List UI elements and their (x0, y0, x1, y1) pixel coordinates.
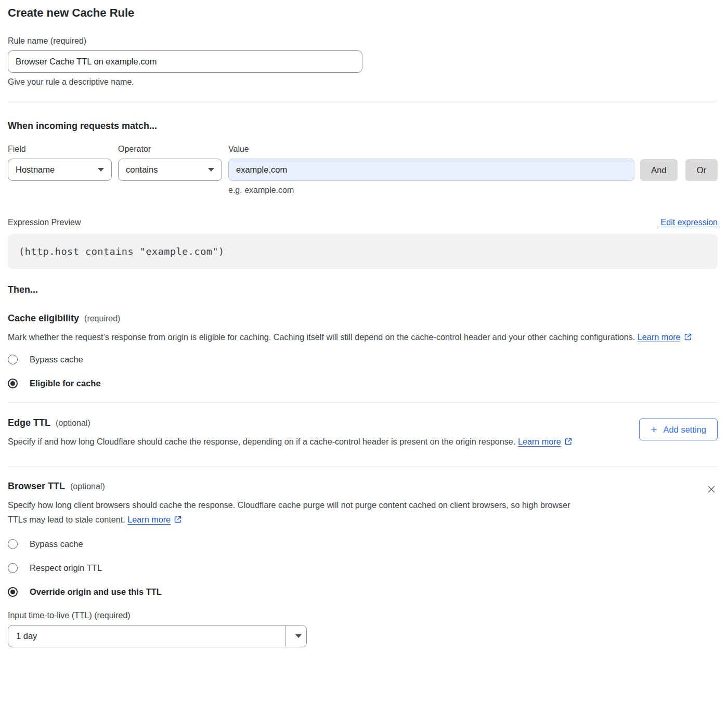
divider (8, 402, 718, 403)
learn-more-link[interactable]: Learn more (638, 330, 681, 344)
add-setting-button[interactable]: + Add setting (639, 419, 718, 440)
radio-override-origin-ttl[interactable]: Override origin and use this TTL (8, 587, 718, 597)
and-button[interactable]: And (640, 159, 678, 181)
description-text: Specify if and how long Cloudflare shoul… (8, 437, 515, 446)
ttl-select-arrow[interactable] (285, 625, 306, 647)
value-input[interactable] (228, 159, 634, 181)
edge-ttl-content: Edge TTL (optional) Specify if and how l… (8, 418, 639, 449)
description-text: Specify how long client browsers should … (8, 500, 570, 524)
divider (8, 101, 718, 101)
browser-ttl-title: Browser TTL (8, 481, 65, 492)
create-cache-rule-form: Create new Cache Rule Rule name (require… (0, 0, 728, 663)
radio-label: Bypass cache (30, 539, 83, 549)
radio-label: Eligible for cache (30, 379, 101, 388)
expression-code-block: (http.host contains "example.com") (8, 234, 718, 269)
rule-name-label: Rule name (required) (8, 36, 718, 46)
radio-respect-origin-ttl[interactable]: Respect origin TTL (8, 563, 718, 573)
browser-ttl-header: Browser TTL (optional) (8, 481, 705, 492)
edge-ttl-description: Specify if and how long Cloudflare shoul… (8, 434, 577, 449)
ttl-select[interactable]: 1 day (8, 625, 307, 647)
radio-eligible-for-cache[interactable]: Eligible for cache (8, 379, 718, 388)
rule-name-helper: Give your rule a descriptive name. (8, 77, 718, 87)
cache-eligibility-title: Cache eligibility (8, 313, 79, 324)
field-label: Field (8, 145, 112, 154)
optional-badge: (optional) (56, 419, 90, 428)
caret-down-icon (295, 634, 302, 638)
field-select[interactable]: Hostname (8, 159, 112, 181)
caret-down-icon (208, 168, 214, 172)
field-select-value: Hostname (16, 165, 55, 175)
learn-more-link[interactable]: Learn more (127, 512, 171, 527)
browser-ttl-content: Browser TTL (optional) Specify how long … (8, 481, 705, 527)
radio-label: Respect origin TTL (30, 563, 102, 573)
remove-browser-ttl-button[interactable] (705, 483, 718, 497)
operator-select[interactable]: contains (118, 159, 222, 181)
browser-ttl-top: Browser TTL (optional) Specify how long … (8, 481, 718, 527)
expression-header: Expression Preview Edit expression (8, 218, 718, 227)
edit-expression-link[interactable]: Edit expression (661, 218, 718, 227)
cache-eligibility-section: Cache eligibility (required) Mark whethe… (8, 313, 718, 388)
match-condition-row: Field Hostname Operator contains Value A… (8, 145, 718, 181)
edge-ttl-section: Edge TTL (optional) Specify if and how l… (8, 418, 718, 449)
ttl-input-label: Input time-to-live (TTL) (required) (8, 611, 718, 620)
rule-name-input[interactable] (8, 50, 362, 73)
radio-icon[interactable] (8, 563, 18, 573)
value-helper: e.g. example.com (228, 186, 718, 195)
page-title: Create new Cache Rule (8, 6, 718, 20)
value-label: Value (228, 145, 634, 154)
external-link-icon (174, 513, 182, 528)
edge-ttl-title: Edge TTL (8, 418, 50, 428)
browser-ttl-description: Specify how long client browsers should … (8, 498, 575, 527)
cache-eligibility-header: Cache eligibility (required) (8, 313, 718, 324)
optional-badge: (optional) (70, 482, 105, 491)
operator-select-value: contains (126, 165, 158, 175)
radio-icon-selected[interactable] (8, 379, 18, 388)
external-link-icon (564, 435, 573, 450)
match-heading: When incoming requests match... (8, 121, 718, 132)
operator-column: Operator contains (118, 145, 222, 181)
external-link-icon (684, 331, 692, 345)
field-column: Field Hostname (8, 145, 112, 181)
radio-icon[interactable] (8, 539, 18, 549)
plus-icon: + (651, 424, 657, 435)
learn-more-link[interactable]: Learn more (518, 434, 561, 449)
description-text: Mark whether the request’s response from… (8, 332, 635, 342)
operator-label: Operator (118, 145, 222, 154)
ttl-input-group: Input time-to-live (TTL) (required) 1 da… (8, 611, 718, 647)
radio-bypass-cache[interactable]: Bypass cache (8, 355, 718, 364)
rule-name-group: Rule name (required) Give your rule a de… (8, 36, 718, 87)
required-badge: (required) (84, 314, 120, 323)
cache-eligibility-description: Mark whether the request’s response from… (8, 330, 718, 344)
ttl-select-value: 1 day (8, 625, 285, 647)
value-column: Value (228, 145, 634, 181)
close-icon (706, 488, 717, 496)
divider (8, 466, 718, 466)
expression-preview-label: Expression Preview (8, 218, 81, 227)
browser-ttl-section: Browser TTL (optional) Specify how long … (8, 481, 718, 647)
radio-icon[interactable] (8, 355, 18, 364)
radio-icon-selected[interactable] (8, 587, 18, 597)
caret-down-icon (98, 168, 104, 172)
then-heading: Then... (8, 284, 718, 295)
browser-ttl-options: Bypass cache Respect origin TTL Override… (8, 539, 718, 597)
radio-bypass-cache[interactable]: Bypass cache (8, 539, 718, 549)
radio-label: Bypass cache (30, 355, 83, 364)
add-setting-label: Add setting (663, 425, 706, 435)
radio-label: Override origin and use this TTL (30, 587, 162, 597)
edge-ttl-header: Edge TTL (optional) (8, 418, 639, 428)
cache-eligibility-options: Bypass cache Eligible for cache (8, 355, 718, 388)
or-button[interactable]: Or (685, 159, 718, 181)
